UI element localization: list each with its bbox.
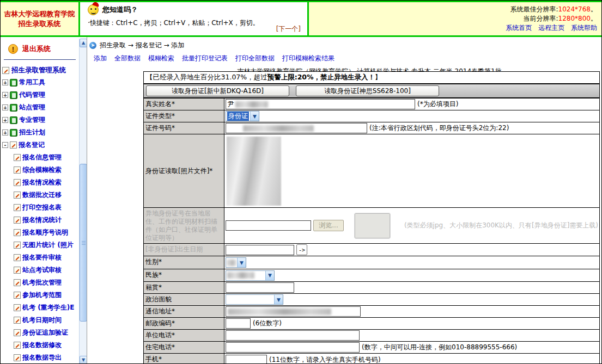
sidebar-item-batch-migration[interactable]: 数据批次迁移 <box>1 189 79 201</box>
form-row-id-number: 证件号码* (注:本省行政区划代码，即身份证号头2位为:22) <box>144 122 599 134</box>
sidebar-item-print-blank-form[interactable]: 打印空报名表 <box>1 201 79 214</box>
sidebar-item-reg-data-export[interactable]: 报名数据导出 <box>1 351 79 364</box>
redacted-value <box>227 272 254 279</box>
form-row-gender: 性别* ▼ <box>144 256 599 269</box>
book-icon <box>10 91 17 99</box>
birth-date-input[interactable] <box>226 245 294 255</box>
tip-body: ·快捷键：Ctrl+C，拷贝；Ctrl+V，粘贴；Ctrl+X，剪切。 <box>88 18 302 28</box>
sidebar-root-node[interactable]: 招生录取管理系统 <box>1 64 79 76</box>
work-phone-input[interactable] <box>226 330 360 341</box>
field-label: 政治面貌 <box>144 294 224 305</box>
scrollbar-thumb[interactable] <box>80 164 87 322</box>
id-number-input[interactable] <box>226 123 367 133</box>
exit-system[interactable]: ! 退出系统 <box>1 39 79 58</box>
sidebar-item-site-mgmt[interactable]: + 站点管理 <box>1 101 79 114</box>
toolbar-print-all[interactable]: 打印全部数据 <box>235 54 275 63</box>
id-number-note: (注:本省行政区划代码，即身份证号头2位为:22) <box>369 124 509 133</box>
current-resolution-value: 1280*800 <box>558 15 591 22</box>
field-label: 单位电话* <box>144 330 224 341</box>
sidebar-item-common-tools[interactable]: + 常用工具 <box>1 76 79 89</box>
date-picker-button[interactable]: -> <box>296 244 307 255</box>
id-type-select[interactable]: 身份证 ▼ <box>226 111 259 121</box>
tip-next-link[interactable]: [下一个] <box>276 24 301 34</box>
chevron-down-icon[interactable]: ▼ <box>250 112 259 121</box>
form-row-real-name: 真实姓名* 尹 (*为必填项目) <box>144 98 599 110</box>
mailing-address-input[interactable] <box>226 306 361 317</box>
expand-plus-icon[interactable]: + <box>2 129 8 135</box>
santa-hat-icon <box>92 1 100 7</box>
sidebar-item-reg-data-modify[interactable]: 报名数据修改 <box>1 339 79 351</box>
field-label: 民族* <box>144 269 224 281</box>
smiley-icon <box>88 4 99 15</box>
expand-plus-icon[interactable]: + <box>2 117 8 123</box>
best-resolution: 系统最佳分辨率:1024*768。 <box>309 5 597 14</box>
mobile-input[interactable] <box>226 355 267 364</box>
sidebar-item-major-mgmt[interactable]: + 专业管理 <box>1 114 79 126</box>
postal-code-input[interactable] <box>226 318 251 329</box>
sidebar-item-enroll-plan[interactable]: + 招生计划 <box>1 126 79 139</box>
sidebar-item-reg-statistics[interactable]: 报名情况统计 <box>1 214 79 226</box>
scroll-down-icon[interactable]: ▼ <box>80 356 87 364</box>
toolbar-all-data[interactable]: 全部数据 <box>114 54 141 63</box>
sidebar-item-pc-exam-scope[interactable]: 参加机考范围 <box>1 289 79 301</box>
chevron-down-icon[interactable]: ▼ <box>265 271 274 280</box>
tip-title: 您知道吗？ <box>102 5 138 15</box>
form-row-political-status: 政治面貌 ▼ <box>144 294 599 306</box>
link-system-home[interactable]: 系统首页 <box>506 24 532 32</box>
proof-image-placeholder <box>355 213 390 238</box>
sidebar-item-pc-exam-batch[interactable]: 机考批次管理 <box>1 276 79 289</box>
gender-select[interactable]: ▼ <box>226 257 246 268</box>
sidebar-item-reg-info-mgmt[interactable]: 报名信息管理 <box>1 151 79 164</box>
app-title-line2: 招生录取系统 <box>19 19 61 29</box>
home-phone-input[interactable] <box>226 342 360 353</box>
edit-icon <box>14 304 21 311</box>
current-resolution-label: 当前分辨率: <box>524 15 558 22</box>
read-id-xinzhongxin-button[interactable]: 读取身份证[新中新DKQ-A16D] <box>146 85 289 96</box>
sidebar-item-registration[interactable]: - 报名登记 <box>1 139 79 151</box>
sidebar-item-site-exam-review[interactable]: 站点考试审核 <box>1 264 79 276</box>
sidebar-item-reg-status-search[interactable]: 报名情况检索 <box>1 176 79 189</box>
sidebar-item-pc-exam-date[interactable]: 机考日期时间 <box>1 314 79 326</box>
book-icon <box>10 79 17 87</box>
political-status-select[interactable]: ▼ <box>226 294 283 305</box>
proof-file-input[interactable] <box>226 220 311 231</box>
book-icon <box>10 129 17 137</box>
link-system-help[interactable]: 系统帮助 <box>571 24 597 32</box>
native-place-input[interactable] <box>226 282 294 293</box>
redacted-value <box>243 125 314 132</box>
sidebar-item-code-mgmt[interactable]: + 代码管理 <box>1 89 79 101</box>
toolbar-batch-print[interactable]: 批量打印登记表 <box>182 54 228 63</box>
real-name-input[interactable]: 尹 <box>226 99 415 109</box>
breadcrumb-arrow-icon: ➤ <box>89 42 96 49</box>
scroll-up-icon[interactable]: ▲ <box>80 39 87 47</box>
sidebar-scrollbar[interactable]: ▲ ▼ <box>79 39 87 364</box>
collapse-minus-icon[interactable]: - <box>2 142 8 148</box>
edit-icon <box>14 279 21 286</box>
expand-plus-icon[interactable]: + <box>2 79 8 85</box>
chevron-down-icon[interactable]: ▼ <box>237 258 246 267</box>
breadcrumb[interactable]: ➤ 招生录取 → 报名登记 → 添加 <box>87 39 602 51</box>
sidebar-item-no-photo-stats[interactable]: 无图片统计 (照片 <box>1 239 79 251</box>
toolbar-fuzzy-search[interactable]: 模糊检索 <box>148 54 174 63</box>
read-id-shensi-button[interactable]: 读取身份证[神思SS628-100] <box>296 85 439 96</box>
postal-code-note: (6位数字) <box>253 319 282 328</box>
sidebar-item-reg-docs-review[interactable]: 报名要件审核 <box>1 251 79 264</box>
sidebar-item-fuzzy-search[interactable]: 综合模糊检索 <box>1 164 79 176</box>
browse-button[interactable]: 浏览... <box>313 220 344 231</box>
sidebar-item-seq-number-desc[interactable]: 报名顺序号说明 <box>1 226 79 239</box>
ethnicity-select[interactable]: ▼ <box>226 270 275 281</box>
expand-plus-icon[interactable]: + <box>2 92 8 98</box>
edit-icon <box>2 67 9 74</box>
thumb-grip <box>82 243 86 243</box>
edit-icon <box>14 354 21 361</box>
expand-plus-icon[interactable]: + <box>2 104 8 110</box>
chevron-down-icon[interactable]: ▼ <box>274 295 283 304</box>
edit-icon <box>14 292 21 299</box>
toolbar-add[interactable]: 添加 <box>94 54 107 63</box>
edit-icon <box>14 329 21 336</box>
sidebar-item-id-extra-verify[interactable]: 身份证追加验证 <box>1 326 79 339</box>
link-remote-home[interactable]: 远程主页 <box>538 24 564 32</box>
sidebar-item-pc-exam-retake[interactable]: 机考 (重考学生)E <box>1 301 79 314</box>
toolbar-print-fuzzy-results[interactable]: 打印模糊检索结果 <box>282 54 335 63</box>
field-label: 邮政编码* <box>144 318 224 329</box>
